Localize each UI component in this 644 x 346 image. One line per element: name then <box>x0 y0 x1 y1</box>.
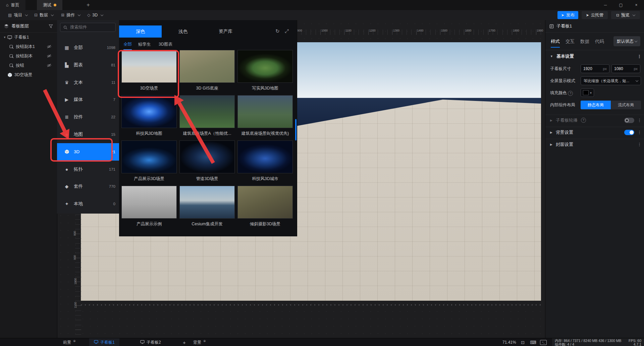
annotation-box-3d-empty-scene <box>118 50 179 98</box>
board-tab-2[interactable]: 子看板2 <box>136 338 166 346</box>
filter-icon[interactable] <box>49 24 53 28</box>
fill-color-picker[interactable]: ▾ <box>581 89 594 97</box>
component-card-7[interactable]: 管道3D场景 <box>179 140 235 182</box>
scrollbar-thumb[interactable] <box>295 119 297 140</box>
board-tab-1[interactable]: 子看板1 <box>89 338 119 346</box>
terminal-icon[interactable]: >_ <box>540 338 547 346</box>
height-input[interactable]: 1080px <box>611 64 640 73</box>
tab-document[interactable]: 测试 <box>37 0 62 10</box>
component-card-10[interactable]: Cesium集成开发 <box>179 186 235 227</box>
fullscreen-mode-select[interactable]: 等比缩放（长边填充，短... <box>581 76 641 85</box>
kebab-menu-icon[interactable]: ⋮ <box>637 142 642 147</box>
component-card-2[interactable]: 写实风3D地图 <box>237 50 293 91</box>
category-label: 本地 <box>74 201 83 207</box>
static-layout-option[interactable]: 静态布局 <box>581 101 611 109</box>
subtab-all[interactable]: 全部 <box>123 42 132 50</box>
new-tab-button[interactable]: + <box>83 0 93 10</box>
refresh-icon[interactable]: ↻ <box>275 28 280 34</box>
tab-dark-theme[interactable]: 深色 <box>119 25 162 38</box>
media-icon: ▶ <box>64 97 70 102</box>
tab-data[interactable]: 数据 <box>580 39 589 45</box>
section-basic-settings[interactable]: ▼ 基本设置 ⋮ <box>545 50 644 62</box>
maximize-icon[interactable]: ▢ <box>613 0 629 10</box>
expand-icon[interactable]: ⤢ <box>285 28 289 34</box>
component-thumbnail <box>121 140 177 173</box>
category-kit[interactable]: ◆套件770 <box>57 178 119 195</box>
category-chart[interactable]: ▙图表81 <box>57 56 119 74</box>
close-icon[interactable]: × <box>629 0 644 10</box>
tab-style[interactable]: 样式 <box>551 39 560 45</box>
kebab-menu-icon[interactable]: ⋮ <box>637 118 642 123</box>
component-card-4[interactable]: 建筑底座场景A（性能优... <box>179 95 235 136</box>
category-label: 套件 <box>74 183 83 189</box>
tab-interaction[interactable]: 交互 <box>566 39 575 45</box>
component-card-1[interactable]: 3D GIS底座 <box>179 50 235 91</box>
category-text[interactable]: ♛文本11 <box>57 74 119 91</box>
zoom-level[interactable]: 71.41% <box>502 338 516 346</box>
cloud-hosting-button[interactable]: ➤ 云托管 <box>582 11 608 19</box>
tab-home[interactable]: ⌂ 首页 <box>0 0 25 10</box>
category-media[interactable]: ▶媒体7 <box>57 91 119 108</box>
flow-layout-option[interactable]: 流式布局 <box>611 101 641 109</box>
kebab-menu-icon[interactable]: ⋮ <box>637 54 642 59</box>
add-circle-icon[interactable]: ⊕ <box>203 339 206 343</box>
publish-button[interactable]: ➤ 发布 <box>557 11 578 19</box>
state-selector[interactable]: 默认状态 <box>613 36 640 46</box>
category-widget[interactable]: ≣控件22 <box>57 108 119 126</box>
category-label: 媒体 <box>74 97 83 103</box>
category-all[interactable]: ▦全部1098 <box>57 39 119 56</box>
grid-icon: ⊞ <box>61 13 64 17</box>
add-board-button[interactable]: + <box>183 338 186 346</box>
section-board-carousel[interactable]: ▶ 子看板轮播 ? ⋮ <box>545 115 644 125</box>
subtab-whale-twin[interactable]: 鲸孪生 <box>138 42 151 49</box>
section-background-settings[interactable]: ▶ 背景设置 ⋮ <box>545 127 644 137</box>
layer-tree-item-4[interactable]: 3D空场景 <box>0 70 57 79</box>
background-label[interactable]: 背景⊕ <box>193 338 206 346</box>
component-card-6[interactable]: 产品展示3D场景 <box>121 140 177 182</box>
layer-tree-item-3[interactable]: 按钮 <box>0 61 57 70</box>
status-bar: 前景⊕ 子看板1 子看板2 + 背景⊕ 71.41% ⊡ ⌨ >_ 内存: 86… <box>0 338 644 346</box>
foreground-label[interactable]: 前景⊕ <box>63 338 76 346</box>
category-topo[interactable]: ●拓扑171 <box>57 161 119 178</box>
component-card-3[interactable]: 科技风3D地图 <box>121 95 177 136</box>
background-toggle[interactable] <box>624 130 634 135</box>
inspector-panel: 子看板1 样式 交互 数据 代码 默认状态 ▼ 基本设置 ⋮ 子看板尺寸 192… <box>545 20 644 338</box>
tab-asset-library[interactable]: 资产库 <box>204 25 247 38</box>
category-count: 7 <box>113 98 115 102</box>
tab-code[interactable]: 代码 <box>595 39 604 45</box>
add-circle-icon[interactable]: ⊕ <box>73 339 76 343</box>
ruler-tick-label: 1200 <box>369 29 376 32</box>
component-card-11[interactable]: 倾斜摄影3D场景 <box>237 186 293 227</box>
unsaved-dot <box>54 4 56 6</box>
eye-hidden-icon[interactable] <box>47 63 52 67</box>
menu-project[interactable]: ▤ 项目 <box>8 10 28 20</box>
preview-button[interactable]: ⊡ 预览 <box>611 11 640 19</box>
minimize-icon[interactable]: ─ <box>598 0 613 10</box>
section-cover-settings[interactable]: ▶ 封面设置 ⋮ <box>545 139 644 150</box>
subtab-3d-charts[interactable]: 3D图表 <box>159 42 172 49</box>
tab-light-theme[interactable]: 浅色 <box>162 25 204 38</box>
search-input[interactable]: 搜索组件 <box>60 23 116 32</box>
category-local[interactable]: ✦本地0 <box>57 195 119 213</box>
component-card-9[interactable]: 产品展示示例 <box>121 186 177 227</box>
layer-tree-item-2[interactable]: 按钮副本 <box>0 51 57 61</box>
keyboard-icon[interactable]: ⌨ <box>530 338 536 346</box>
kebab-menu-icon[interactable]: ⋮ <box>637 130 642 135</box>
home-icon: ⌂ <box>6 3 9 7</box>
component-card-5[interactable]: 建筑底座场景B(视觉优先) <box>237 95 293 136</box>
eye-hidden-icon[interactable] <box>47 54 52 58</box>
width-input[interactable]: 1920px <box>581 64 609 73</box>
layer-tree-item-0[interactable]: ▼子看板1 <box>0 33 57 42</box>
carousel-toggle[interactable] <box>624 118 634 123</box>
layer-tree-item-1[interactable]: 按钮副本1 <box>0 42 57 51</box>
fit-view-icon[interactable]: ⊡ <box>521 338 525 346</box>
category-count: 11 <box>111 80 115 84</box>
monitor-icon <box>94 340 98 345</box>
menu-data[interactable]: ⊟ 数据 <box>34 10 53 20</box>
expand-arrow-icon[interactable]: ▼ <box>3 36 7 39</box>
menu-actions[interactable]: ⊞ 操作 <box>61 10 80 20</box>
menu-3d[interactable]: ◇ 3D <box>87 10 103 20</box>
component-thumbnail <box>237 50 293 83</box>
eye-hidden-icon[interactable] <box>47 45 52 49</box>
component-card-8[interactable]: 科技风3D城市 <box>237 140 293 182</box>
